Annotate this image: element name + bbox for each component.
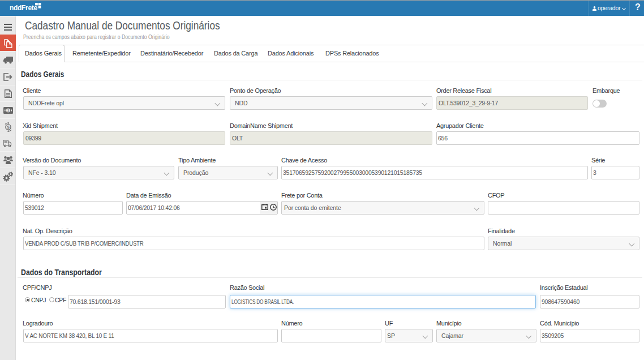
svg-text:$: $ [7, 125, 10, 130]
svg-text:1: 1 [7, 108, 9, 112]
